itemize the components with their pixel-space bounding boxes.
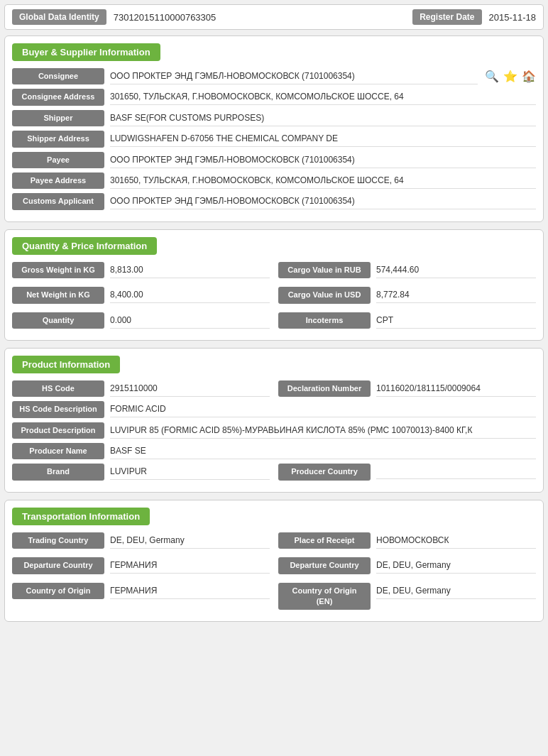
payee-value: ООО ПРОКТЕР ЭНД ГЭМБЛ-НОВОМОСКОВСК (7101… <box>110 152 536 168</box>
cargo-value-usd-label: Cargo Value in USD <box>278 287 371 303</box>
country-of-origin-right-label: Country of Origin (EN) <box>278 583 371 610</box>
country-of-origin-left-label: Country of Origin <box>12 583 104 599</box>
producer-country-value <box>376 464 536 479</box>
page: Global Data Identity 7301201511000076330… <box>0 0 548 633</box>
payee-row: Payee ООО ПРОКТЕР ЭНД ГЭМБЛ-НОВОМОСКОВСК… <box>12 152 536 168</box>
transportation-title: Transportation Information <box>12 508 150 525</box>
consignee-address-value: 301650, ТУЛЬСКАЯ, Г.НОВОМОСКОВСК, КОМСОМ… <box>110 89 536 105</box>
consignee-address-row: Consignee Address 301650, ТУЛЬСКАЯ, Г.НО… <box>12 89 536 105</box>
incoterms-row: Incoterms CPT <box>278 312 536 329</box>
place-of-receipt-row: Place of Receipt НОВОМОСКОВСК <box>278 532 536 549</box>
country-of-origin-left-value: ГЕРМАНИЯ <box>110 583 270 599</box>
consignee-value: ООО ПРОКТЕР ЭНД ГЭМБЛ-НОВОМОСКОВСК (7101… <box>110 68 478 84</box>
hs-code-value: 2915110000 <box>110 380 270 397</box>
hs-code-desc-value: FORMIC ACID <box>110 401 536 417</box>
brand-label: Brand <box>12 464 104 480</box>
net-weight-label: Net Weight in KG <box>12 287 104 303</box>
transportation-grid: Trading Country DE, DEU, Germany Place o… <box>12 532 536 615</box>
product-desc-value: LUVIPUR 85 (FORMIC ACID 85%)-МУРАВЬИНАЯ … <box>110 422 536 439</box>
hs-code-row: HS Code 2915110000 <box>12 380 270 397</box>
hs-code-desc-label: HS Code Description <box>12 401 104 417</box>
gross-weight-label: Gross Weight in KG <box>12 262 104 278</box>
quantity-price-grid: Gross Weight in KG 8,813.00 Cargo Value … <box>12 262 536 333</box>
hs-code-label: HS Code <box>12 380 104 397</box>
payee-address-label: Payee Address <box>12 172 104 189</box>
register-date-label: Register Date <box>412 9 481 25</box>
quantity-price-section: Quantity & Price Information Gross Weigh… <box>4 229 544 341</box>
country-of-origin-left-row: Country of Origin ГЕРМАНИЯ <box>12 583 270 610</box>
cargo-value-usd-row: Cargo Value in USD 8,772.84 <box>278 287 536 303</box>
departure-country-left-label: Departure Country <box>12 557 104 574</box>
declaration-number-label: Declaration Number <box>278 380 371 397</box>
home-icon[interactable]: 🏠 <box>522 70 536 83</box>
header-bar: Global Data Identity 7301201511000076330… <box>4 4 544 30</box>
payee-label: Payee <box>12 152 104 168</box>
product-desc-row: Product Description LUVIPUR 85 (FORMIC A… <box>12 422 536 439</box>
product-section: Product Information HS Code 2915110000 D… <box>4 348 544 493</box>
trading-country-label: Trading Country <box>12 532 104 549</box>
hs-code-desc-row: HS Code Description FORMIC ACID <box>12 401 536 417</box>
incoterms-label: Incoterms <box>278 312 371 329</box>
consignee-address-label: Consignee Address <box>12 89 104 105</box>
trading-country-row: Trading Country DE, DEU, Germany <box>12 532 270 549</box>
incoterms-value: CPT <box>376 312 536 329</box>
declaration-number-value: 10116020/181115/0009064 <box>376 380 536 397</box>
departure-country-right-value: DE, DEU, Germany <box>376 557 536 574</box>
net-weight-row: Net Weight in KG 8,400.00 <box>12 287 270 303</box>
star-icon[interactable]: ⭐ <box>503 70 517 83</box>
shipper-address-label: Shipper Address <box>12 131 104 147</box>
brand-producer-grid: Brand LUVIPUR Producer Country <box>12 464 536 484</box>
declaration-number-row: Declaration Number 10116020/181115/00090… <box>278 380 536 397</box>
brand-value: LUVIPUR <box>110 464 270 480</box>
shipper-row: Shipper BASF SE(FOR CUSTOMS PURPOSES) <box>12 110 536 126</box>
cargo-value-rub-row: Cargo Value in RUB 574,444.60 <box>278 262 536 278</box>
quantity-value: 0.000 <box>110 312 270 329</box>
place-of-receipt-value: НОВОМОСКОВСК <box>376 532 536 549</box>
producer-name-label: Producer Name <box>12 443 104 459</box>
search-icon[interactable]: 🔍 <box>485 70 499 83</box>
customs-applicant-label: Customs Applicant <box>12 193 104 209</box>
consignee-row: Consignee ООО ПРОКТЕР ЭНД ГЭМБЛ-НОВОМОСК… <box>12 68 536 84</box>
net-weight-value: 8,400.00 <box>110 287 270 303</box>
country-of-origin-right-value: DE, DEU, Germany <box>376 583 536 599</box>
global-data-identity-value: 73012015110000763305 <box>114 12 398 23</box>
register-date-value: 2015-11-18 <box>489 12 537 23</box>
buyer-supplier-section: Buyer & Supplier Information Consignee О… <box>4 35 544 222</box>
payee-address-value: 301650, ТУЛЬСКАЯ, Г.НОВОМОСКОВСК, КОМСОМ… <box>110 172 536 189</box>
buyer-supplier-title: Buyer & Supplier Information <box>12 43 160 61</box>
place-of-receipt-label: Place of Receipt <box>278 532 371 549</box>
shipper-value: BASF SE(FOR CUSTOMS PURPOSES) <box>110 110 536 126</box>
trading-country-value: DE, DEU, Germany <box>110 532 270 549</box>
consignee-icons: 🔍 ⭐ 🏠 <box>485 70 536 83</box>
global-data-identity-label: Global Data Identity <box>12 9 106 25</box>
register-date-group: Register Date 2015-11-18 <box>412 9 536 25</box>
quantity-row: Quantity 0.000 <box>12 312 270 329</box>
customs-applicant-value: ООО ПРОКТЕР ЭНД ГЭМБЛ-НОВОМОСКОВСК (7101… <box>110 193 536 209</box>
departure-country-right-label: Departure Country <box>278 557 371 574</box>
product-desc-label: Product Description <box>12 422 104 439</box>
gross-weight-row: Gross Weight in KG 8,813.00 <box>12 262 270 278</box>
producer-country-label: Producer Country <box>278 464 371 480</box>
shipper-address-value: LUDWIGSHAFEN D-67056 THE CHEMICAL COMPAN… <box>110 131 536 147</box>
quantity-label: Quantity <box>12 312 104 329</box>
brand-row: Brand LUVIPUR <box>12 464 270 480</box>
cargo-value-usd-value: 8,772.84 <box>376 287 536 303</box>
product-title: Product Information <box>12 356 120 373</box>
shipper-label: Shipper <box>12 110 104 126</box>
country-of-origin-right-row: Country of Origin (EN) DE, DEU, Germany <box>278 583 536 610</box>
payee-address-row: Payee Address 301650, ТУЛЬСКАЯ, Г.НОВОМО… <box>12 172 536 189</box>
cargo-value-rub-value: 574,444.60 <box>376 262 536 278</box>
customs-applicant-row: Customs Applicant ООО ПРОКТЕР ЭНД ГЭМБЛ-… <box>12 193 536 209</box>
gross-weight-value: 8,813.00 <box>110 262 270 278</box>
transportation-section: Transportation Information Trading Count… <box>4 500 544 623</box>
producer-country-row: Producer Country <box>278 464 536 480</box>
consignee-label: Consignee <box>12 68 104 84</box>
producer-name-value: BASF SE <box>110 443 536 459</box>
product-top-grid: HS Code 2915110000 Declaration Number 10… <box>12 380 536 401</box>
cargo-value-rub-label: Cargo Value in RUB <box>278 262 371 278</box>
shipper-address-row: Shipper Address LUDWIGSHAFEN D-67056 THE… <box>12 131 536 147</box>
departure-country-left-row: Departure Country ГЕРМАНИЯ <box>12 557 270 574</box>
departure-country-right-row: Departure Country DE, DEU, Germany <box>278 557 536 574</box>
departure-country-left-value: ГЕРМАНИЯ <box>110 557 270 574</box>
producer-name-row: Producer Name BASF SE <box>12 443 536 459</box>
